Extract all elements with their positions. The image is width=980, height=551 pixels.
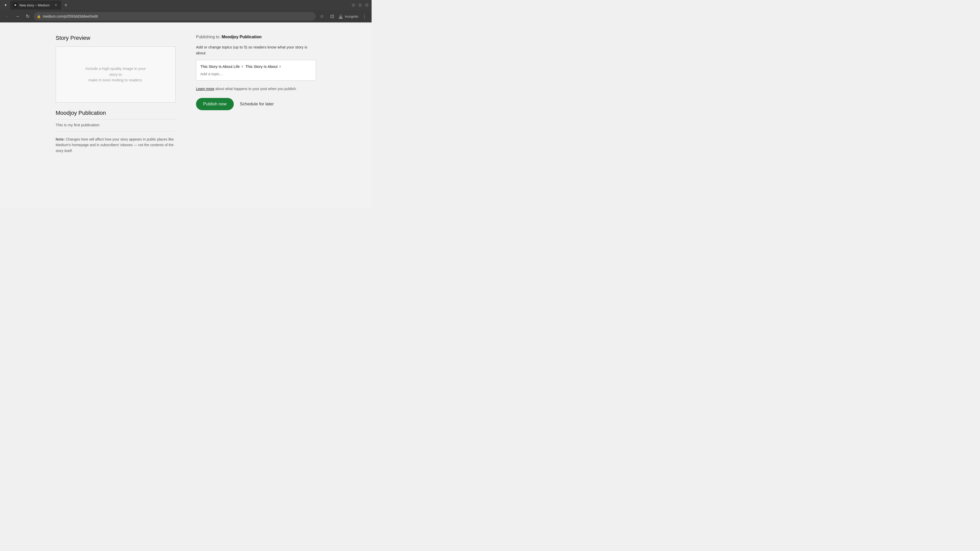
- note-text: Note: Changes here will affect how your …: [56, 137, 176, 154]
- learn-more-text: Learn more about what happens to your po…: [196, 87, 316, 91]
- incognito-label: Incognito: [345, 14, 358, 18]
- address-bar[interactable]: 🔒 medium.com/p/0593dd3ddee0/edit: [34, 12, 316, 21]
- active-tab[interactable]: New story – Medium ×: [10, 0, 61, 10]
- url-display: medium.com/p/0593dd3ddee0/edit: [43, 14, 313, 18]
- topics-tags: This Story Is About Life × This Story Is…: [200, 64, 312, 68]
- learn-more-suffix: about what happens to your post when you…: [215, 87, 297, 91]
- tab-favicon: [13, 3, 18, 7]
- nav-bar: ← → ↻ 🔒 medium.com/p/0593dd3ddee0/edit ☆…: [0, 10, 372, 22]
- more-button[interactable]: ⋮: [360, 12, 369, 21]
- learn-more-link[interactable]: Learn more: [196, 87, 215, 91]
- story-image-placeholder: Include a high-quality image in your sto…: [56, 46, 176, 103]
- topics-description: Add or change topics (up to 5) so reader…: [196, 44, 316, 56]
- publishing-to-label: Publishing to: Moodjoy Publication: [196, 35, 316, 39]
- story-preview-title: Story Preview: [56, 35, 176, 41]
- back-button[interactable]: ←: [3, 12, 11, 21]
- topic-tag-0: This Story Is About Life ×: [200, 64, 243, 68]
- topic-tag-label-0: This Story Is About Life: [200, 64, 240, 68]
- minimize-button[interactable]: [352, 3, 355, 7]
- page-content: Story Preview Include a high-quality ima…: [0, 22, 372, 208]
- maximize-button[interactable]: [358, 3, 362, 7]
- incognito-indicator: Incognito: [338, 14, 358, 19]
- sidebar-button[interactable]: ⊡: [328, 12, 336, 21]
- tab-close-button[interactable]: ×: [54, 3, 58, 7]
- tab-bar: ▼ New story – Medium × +: [0, 0, 372, 10]
- refresh-button[interactable]: ↻: [24, 12, 32, 21]
- svg-rect-2: [340, 15, 342, 16]
- right-panel: Publishing to: Moodjoy Publication Add o…: [196, 35, 316, 154]
- left-panel: Story Preview Include a high-quality ima…: [56, 35, 176, 154]
- add-topic-input[interactable]: [200, 72, 312, 76]
- incognito-icon: [338, 14, 343, 19]
- publish-now-button[interactable]: Publish now: [196, 98, 234, 110]
- tab-title: New story – Medium: [19, 3, 52, 7]
- actions-row: Publish now Schedule for later: [196, 98, 316, 110]
- content-wrapper: Story Preview Include a high-quality ima…: [45, 35, 326, 154]
- topic-remove-button-1[interactable]: ×: [279, 65, 281, 68]
- schedule-for-later-link[interactable]: Schedule for later: [240, 102, 274, 106]
- topic-tag-1: This Story Is About ×: [245, 64, 281, 68]
- topic-tag-label-1: This Story Is About: [245, 64, 277, 68]
- image-placeholder-text: Include a high-quality image in your sto…: [83, 66, 149, 83]
- close-button[interactable]: [365, 3, 369, 7]
- tab-group-indicator[interactable]: ▼: [2, 2, 9, 9]
- browser-chrome: ▼ New story – Medium × + ← → ↻ 🔒 medium.…: [0, 0, 372, 22]
- forward-button[interactable]: →: [13, 12, 21, 21]
- topic-remove-button-0[interactable]: ×: [241, 65, 243, 68]
- publication-description: This is my first publication: [56, 123, 176, 131]
- new-tab-button[interactable]: +: [62, 2, 69, 9]
- note-label: Note:: [56, 137, 65, 141]
- lock-icon: 🔒: [37, 14, 41, 18]
- bookmark-button[interactable]: ☆: [318, 12, 326, 21]
- publication-name: Moodjoy Publication: [222, 35, 262, 39]
- topics-container[interactable]: This Story Is About Life × This Story Is…: [196, 60, 316, 81]
- svg-point-1: [339, 17, 343, 19]
- note-content: Changes here will affect how your story …: [56, 137, 174, 153]
- publication-title: Moodjoy Publication: [56, 110, 176, 120]
